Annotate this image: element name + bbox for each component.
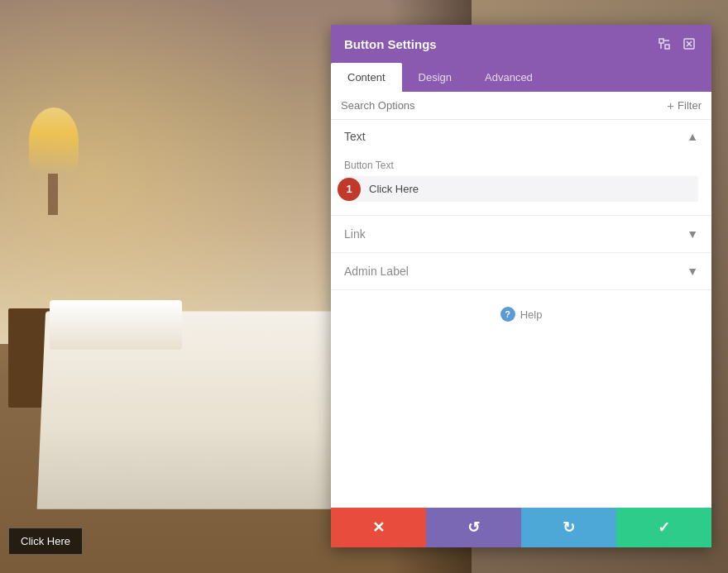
svg-rect-0 <box>659 39 663 43</box>
button-text-label: Button Text <box>344 160 698 171</box>
text-section-header[interactable]: Text ▲ <box>331 120 711 153</box>
tab-advanced[interactable]: Advanced <box>468 63 549 92</box>
cancel-button[interactable]: ✕ <box>331 508 426 547</box>
undo-button[interactable]: ↺ <box>426 508 521 547</box>
preview-button[interactable]: Click Here <box>8 528 83 555</box>
help-area: ? Help <box>331 290 711 338</box>
admin-label-section-title: Admin Label <box>344 265 409 278</box>
panel-header-actions <box>655 35 698 53</box>
field-badge: 1 <box>338 178 361 201</box>
link-section[interactable]: Link ▼ <box>331 216 711 253</box>
panel-header: Button Settings <box>331 25 711 63</box>
svg-rect-1 <box>665 45 669 49</box>
filter-button[interactable]: + Filter <box>667 98 702 112</box>
filter-plus-icon: + <box>667 98 674 112</box>
text-section: Text ▲ Button Text 1 <box>331 120 711 216</box>
button-text-field-row: 1 <box>344 176 698 202</box>
search-input[interactable] <box>341 99 667 112</box>
panel-tabs: Content Design Advanced <box>331 63 711 92</box>
link-section-expand-icon: ▼ <box>687 227 698 241</box>
panel-title: Button Settings <box>344 37 437 51</box>
admin-label-section[interactable]: Admin Label ▼ <box>331 253 711 290</box>
tab-design[interactable]: Design <box>402 63 468 92</box>
tab-content[interactable]: Content <box>331 63 402 92</box>
text-section-content: Button Text 1 <box>331 153 711 215</box>
panel-content: Text ▲ Button Text 1 Link ▼ Admin Label … <box>331 120 711 508</box>
help-icon: ? <box>500 307 515 322</box>
link-section-title: Link <box>344 227 366 241</box>
button-text-input[interactable] <box>361 176 698 202</box>
search-bar: + Filter <box>331 92 711 120</box>
button-settings-panel: Button Settings Content Design <box>331 25 711 547</box>
help-label[interactable]: Help <box>520 308 543 321</box>
text-section-title: Text <box>344 130 366 143</box>
text-section-collapse-icon: ▲ <box>687 130 698 143</box>
redo-button[interactable]: ↻ <box>521 508 616 547</box>
admin-label-expand-icon: ▼ <box>687 265 698 278</box>
panel-footer: ✕ ↺ ↻ ✓ <box>331 508 711 547</box>
close-icon[interactable] <box>680 35 698 53</box>
save-button[interactable]: ✓ <box>616 508 711 547</box>
filter-label: Filter <box>678 99 702 112</box>
expand-icon[interactable] <box>655 35 673 53</box>
